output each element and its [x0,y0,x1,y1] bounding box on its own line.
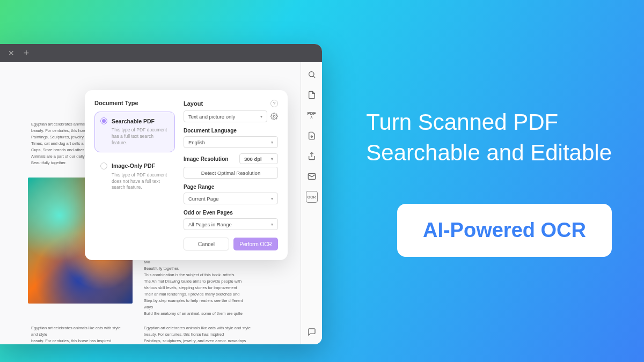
app-window: ✕ + Egyptian art celebrates animals beau… [0,44,322,344]
option-description: This type of PDF document has a full tex… [100,127,169,146]
detect-resolution-button[interactable]: Detect Optimal Resolution [184,167,278,179]
document-viewport: Egyptian art celebrates animals beauty. … [0,62,301,344]
gear-icon[interactable] [270,113,278,120]
cancel-button[interactable]: Cancel [184,238,229,250]
search-icon[interactable] [306,69,318,80]
select-value: All Pages in Range [188,221,232,227]
select-value: English [188,139,205,145]
mail-icon[interactable] [306,171,318,182]
select-value: Text and picture only [188,114,235,120]
select-value: Current Page [188,196,219,202]
close-tab-button[interactable]: ✕ [6,48,16,58]
layout-label: Layout [184,100,203,107]
layout-select[interactable]: Text and picture only ▾ [184,110,267,122]
ocr-icon[interactable]: OCR [306,191,318,203]
document-text: Animals are a part of our daily life, th… [144,253,251,317]
bookmark-icon[interactable] [306,89,318,101]
select-value: 300 dpi [244,156,262,162]
option-image-only-pdf[interactable]: Image-Only PDF This type of PDF document… [94,157,175,197]
chevron-down-icon: ▾ [260,114,262,119]
share-icon[interactable] [306,150,318,162]
feature-badge: AI-Powered OCR [397,204,612,257]
comment-icon[interactable] [306,326,318,338]
right-sidebar: PDFA OCR [301,62,322,344]
option-label: Image-Only PDF [112,162,155,169]
odd-even-label: Odd or Even Pages [184,210,278,216]
language-select[interactable]: English ▾ [184,136,278,148]
chevron-down-icon: ▾ [271,140,273,145]
chevron-down-icon: ▾ [271,196,273,201]
option-searchable-pdf[interactable]: Searchable PDF This type of PDF document… [94,112,175,152]
radio-icon [100,117,107,124]
svg-point-1 [309,72,313,77]
resolution-label: Image Resolution [184,156,228,162]
document-text: Egyptian art celebrates animals like cat… [144,325,251,344]
svg-line-2 [313,76,315,78]
hero-heading: Turn Scanned PDFSearchable and Editable [366,107,612,168]
svg-point-0 [273,115,275,117]
compress-icon[interactable] [306,130,318,142]
page-range-label: Page Range [184,184,278,190]
help-icon[interactable]: ? [270,100,278,107]
ocr-dialog: Document Type Searchable PDF This type o… [85,90,288,260]
pdfa-icon[interactable]: PDFA [306,109,318,121]
perform-ocr-button[interactable]: Perform OCR [233,238,278,250]
radio-icon [100,162,107,169]
option-label: Searchable PDF [112,118,155,124]
document-text: Egyptian art celebrates animals like cat… [31,325,128,344]
page-range-select[interactable]: Current Page ▾ [184,193,278,204]
chevron-down-icon: ▾ [271,222,273,227]
option-description: This type of PDF document does not have … [100,172,169,191]
titlebar: ✕ + [0,44,322,62]
resolution-select[interactable]: 300 dpi ▾ [239,153,278,164]
chevron-down-icon: ▾ [271,157,273,161]
new-tab-button[interactable]: + [21,48,31,58]
document-type-title: Document Type [94,100,175,106]
language-label: Document Language [184,128,278,134]
odd-even-select[interactable]: All Pages in Range ▾ [184,218,278,230]
